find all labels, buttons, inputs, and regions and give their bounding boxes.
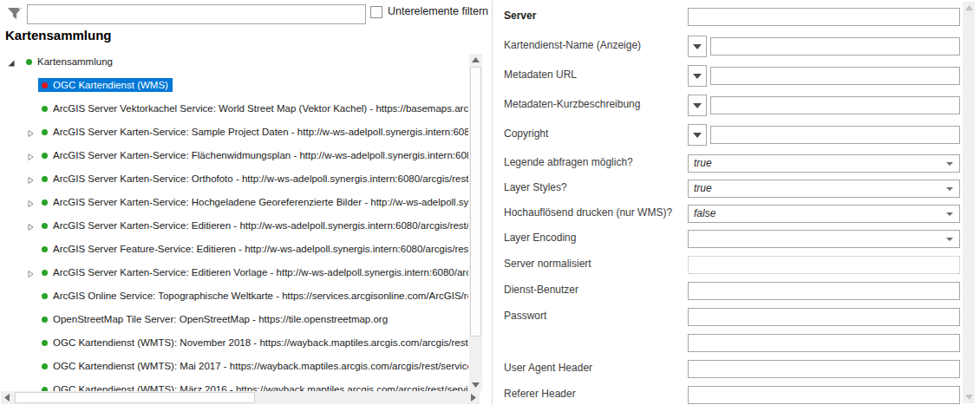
combo-box[interactable]: false [688,205,960,223]
field-label: User Agent Header [504,362,592,374]
combo-box[interactable]: true [688,154,960,173]
tree-item-content[interactable]: OGC Kartendienst (WMTS): Mai 2017 - http… [38,359,468,373]
tree-item[interactable]: ArcGIS Server Karten-Service: Flächenwid… [0,146,468,169]
tree-item-content[interactable]: ArcGIS Online Service: Topographische We… [38,289,468,303]
dropdown-button[interactable] [688,65,707,87]
tree-item[interactable]: ArcGIS Server Karten-Service: Orthofoto … [0,169,468,193]
text-field[interactable] [688,360,960,378]
text-field[interactable] [710,126,960,144]
field-label: Metadaten-Kurzbeschreibung [504,98,640,110]
dropdown-button[interactable] [688,124,707,146]
tree-item[interactable]: OGC Kartendienst (WMS) [0,75,468,99]
tree-item[interactable]: Kartensammlung [0,52,468,75]
tree-horizontal-scrollbar[interactable] [1,391,480,404]
tree-item-content[interactable]: ArcGIS Server Karten-Service: Flächenwid… [38,148,468,162]
tree-item[interactable]: ArcGIS Server Karten-Service: Hochgelade… [0,193,468,216]
tree-item[interactable]: ArcGIS Server Karten-Service: Editieren … [0,263,468,286]
tree-item-content[interactable]: Kartensammlung [23,55,117,69]
text-field[interactable] [688,8,960,26]
tree-item[interactable]: ArcGIS Online Service: Topographische We… [0,286,468,310]
chevron-down-icon [693,103,702,108]
text-field[interactable] [710,37,960,56]
tree-item[interactable]: ArcGIS Server Karten-Service: Editieren … [0,216,468,239]
tree-item-label: OGC Kartendienst (WMTS): November 2018 -… [53,337,468,348]
field-control [688,95,960,116]
form-row: Referer Header [493,384,961,405]
status-dot-green-icon [42,106,48,112]
unterelemente-filtern-checkbox[interactable] [370,6,382,18]
expander-collapsed-icon[interactable] [26,199,35,208]
chevron-down-icon [693,74,702,79]
text-field[interactable] [688,386,960,404]
tree-item-label: ArcGIS Server Karten-Service: Sample Pro… [53,127,468,137]
combo-value: true [694,157,712,169]
text-field[interactable] [688,282,960,300]
combo-value: false [694,207,715,219]
tree-item[interactable]: OGC Kartendienst (WMTS): März 2016 - htt… [0,380,468,391]
filter-input[interactable] [27,4,366,24]
tree-item[interactable]: OpenStreetMap Tile Server: OpenStreetMap… [0,310,468,333]
text-field[interactable] [688,334,960,352]
form-row [493,332,961,354]
text-field[interactable] [710,96,960,114]
combo-box[interactable]: true [688,180,960,198]
status-dot-green-icon [42,199,48,206]
filter-icon [6,5,23,23]
field-label: Server [504,10,536,22]
tree-item-label: ArcGIS Server Karten-Service: Orthofoto … [53,173,468,184]
tree-item-content[interactable]: OGC Kartendienst (WMTS): März 2016 - htt… [38,382,468,391]
tree-vertical-scrollbar-thumb[interactable] [470,67,481,336]
text-field[interactable] [688,308,960,326]
tree-item-content[interactable]: ArcGIS Server Karten-Service: Sample Pro… [38,125,468,139]
scroll-left-icon[interactable] [1,391,13,404]
tree-item-content[interactable]: ArcGIS Server Feature-Service: Editieren… [38,242,468,256]
expander-collapsed-icon[interactable] [26,223,35,232]
scroll-right-icon[interactable] [467,391,480,404]
combo-value: true [694,182,712,194]
scroll-down-icon[interactable] [963,391,975,403]
tree-item-content[interactable]: ArcGIS Server Karten-Service: Editieren … [38,265,468,279]
scroll-up-icon[interactable] [469,54,482,66]
chevron-down-icon [946,238,953,241]
field-control [688,124,960,146]
form-row: Passwort [493,306,961,328]
tree-item-content[interactable]: ArcGIS Server Karten-Service: Hochgelade… [38,195,468,209]
field-label: Referer Header [504,388,576,400]
expander-collapsed-icon[interactable] [26,176,35,185]
status-dot-green-icon [42,246,48,252]
tree-item[interactable]: ArcGIS Server Karten-Service: Sample Pro… [0,122,468,146]
tree-item-content[interactable]: OpenStreetMap Tile Server: OpenStreetMap… [38,312,392,326]
tree-horizontal-scrollbar-thumb[interactable] [15,392,255,403]
tree-item-label: ArcGIS Server Karten-Service: Flächenwid… [53,150,468,160]
tree-item-content[interactable]: ArcGIS Server Karten-Service: Orthofoto … [38,172,468,186]
expander-collapsed-icon[interactable] [26,129,35,138]
tree-item[interactable]: OGC Kartendienst (WMTS): November 2018 -… [0,333,468,356]
status-dot-green-icon [42,363,48,369]
text-field[interactable] [710,67,960,85]
expander-collapsed-icon[interactable] [26,270,35,278]
field-label: Server normalisiert [504,258,591,270]
dropdown-button[interactable] [688,95,707,116]
tree-vertical-scrollbar[interactable] [469,54,482,391]
combo-box[interactable] [688,230,960,248]
scroll-down-icon[interactable] [469,379,482,391]
field-control [688,280,960,302]
expander-collapsed-icon[interactable] [26,153,35,161]
tree-item-label: ArcGIS Server Karten-Service: Hochgelade… [53,197,468,207]
field-control: true [688,153,960,174]
tree-item-content[interactable]: ArcGIS Server Vektorkachel Service: Worl… [38,101,468,115]
scroll-up-icon[interactable] [963,2,975,14]
tree-item[interactable]: ArcGIS Server Vektorkachel Service: Worl… [0,99,468,122]
dropdown-button[interactable] [688,36,707,57]
tree-item[interactable]: OGC Kartendienst (WMTS): Mai 2017 - http… [0,356,468,380]
properties-vertical-scrollbar[interactable] [963,2,975,403]
status-dot-green-icon [42,270,48,276]
field-control [688,384,960,405]
form-row: Server normalisiert [493,254,961,276]
expander-expanded-icon[interactable] [7,59,16,68]
tree-item-content[interactable]: ArcGIS Server Karten-Service: Editieren … [38,219,468,232]
tree-item-content[interactable]: OGC Kartendienst (WMTS): November 2018 -… [38,336,468,349]
field-label: Copyright [504,127,548,140]
tree-item-content[interactable]: OGC Kartendienst (WMS) [38,78,173,92]
tree-item[interactable]: ArcGIS Server Feature-Service: Editieren… [0,239,468,263]
